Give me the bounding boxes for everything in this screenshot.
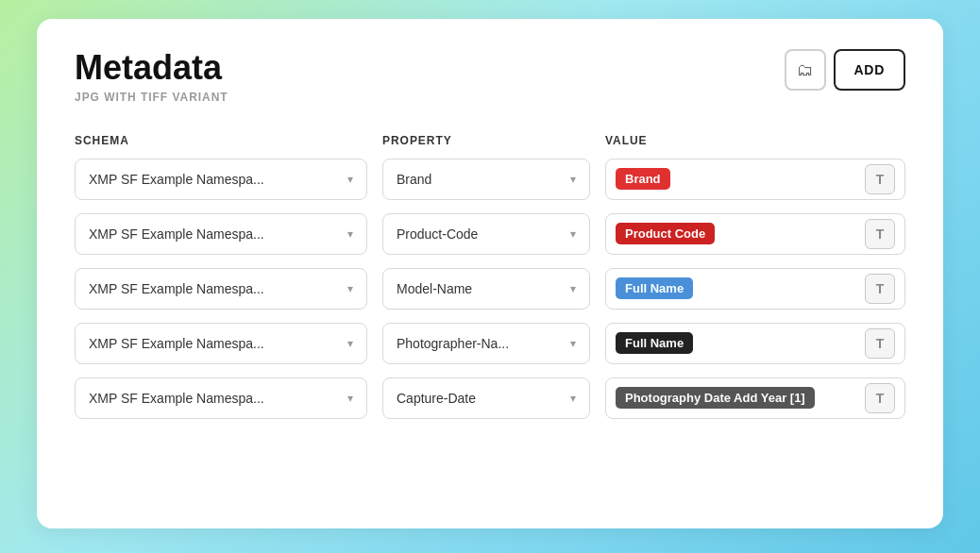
property-value-3: Photographer-Na...	[397, 336, 509, 351]
page-title: Metadata	[75, 49, 228, 87]
chevron-down-icon: ▾	[347, 392, 353, 405]
value-tag-3: Full Name	[616, 332, 693, 354]
page-subtitle: JPG WITH TIFF VARIANT	[75, 91, 228, 104]
property-value-2: Model-Name	[397, 281, 472, 296]
column-headers: SCHEMA PROPERTY VALUE	[75, 134, 905, 147]
value-column-header: VALUE	[605, 134, 905, 147]
property-select-3[interactable]: Photographer-Na... ▾	[382, 323, 590, 364]
property-value-0: Brand	[397, 172, 431, 187]
add-button[interactable]: ADD	[834, 49, 905, 91]
property-column-header: PROPERTY	[382, 134, 590, 147]
schema-value-3: XMP SF Example Namespa...	[89, 336, 264, 351]
card-header: Metadata JPG WITH TIFF VARIANT 🗂 ADD	[75, 49, 905, 104]
value-tag-1: Product Code	[616, 223, 715, 244]
schema-value-4: XMP SF Example Namespa...	[89, 391, 264, 406]
text-format-button-4[interactable]: T	[865, 383, 895, 413]
text-format-icon: T	[876, 226, 885, 242]
schema-select-2[interactable]: XMP SF Example Namespa... ▾	[75, 268, 367, 310]
chevron-down-icon: ▾	[570, 282, 576, 295]
property-value-4: Capture-Date	[397, 391, 476, 406]
schema-value-1: XMP SF Example Namespa...	[89, 226, 264, 242]
chevron-down-icon: ▾	[570, 173, 576, 186]
property-select-4[interactable]: Capture-Date ▾	[382, 377, 590, 419]
text-format-icon: T	[876, 281, 885, 296]
header-actions: 🗂 ADD	[785, 49, 905, 91]
schema-select-0[interactable]: XMP SF Example Namespa... ▾	[75, 159, 367, 200]
chevron-down-icon: ▾	[570, 392, 576, 405]
chevron-down-icon: ▾	[347, 173, 353, 186]
property-select-1[interactable]: Product-Code ▾	[382, 213, 590, 255]
value-cell-3: Full Name T	[605, 323, 905, 364]
property-select-0[interactable]: Brand ▾	[382, 159, 590, 200]
value-cell-4: Photography Date Add Year [1] T	[605, 377, 905, 419]
schema-value-0: XMP SF Example Namespa...	[89, 172, 264, 187]
property-value-1: Product-Code	[397, 226, 478, 242]
schema-icon-button[interactable]: 🗂	[785, 49, 826, 91]
chevron-down-icon: ▾	[347, 227, 353, 241]
table-row: XMP SF Example Namespa... ▾ Capture-Date…	[75, 377, 905, 419]
schema-column-header: SCHEMA	[75, 134, 367, 147]
chevron-down-icon: ▾	[347, 282, 353, 295]
value-cell-1: Product Code T	[605, 213, 905, 255]
property-select-2[interactable]: Model-Name ▾	[382, 268, 590, 310]
text-format-button-1[interactable]: T	[865, 219, 895, 249]
header-left: Metadata JPG WITH TIFF VARIANT	[75, 49, 228, 104]
text-format-button-0[interactable]: T	[865, 164, 895, 194]
text-format-icon: T	[876, 391, 885, 406]
table-row: XMP SF Example Namespa... ▾ Brand ▾ Bran…	[75, 159, 905, 200]
text-format-button-3[interactable]: T	[865, 328, 895, 359]
metadata-card: Metadata JPG WITH TIFF VARIANT 🗂 ADD SCH…	[37, 19, 943, 528]
schema-select-3[interactable]: XMP SF Example Namespa... ▾	[75, 323, 367, 364]
value-tag-4: Photography Date Add Year [1]	[616, 387, 815, 409]
text-format-icon: T	[876, 172, 885, 187]
briefcase-icon: 🗂	[797, 60, 814, 80]
text-format-button-2[interactable]: T	[865, 274, 895, 304]
metadata-rows: XMP SF Example Namespa... ▾ Brand ▾ Bran…	[75, 159, 905, 419]
table-row: XMP SF Example Namespa... ▾ Model-Name ▾…	[75, 268, 905, 310]
table-row: XMP SF Example Namespa... ▾ Photographer…	[75, 323, 905, 364]
value-tag-0: Brand	[616, 168, 670, 190]
value-tag-2: Full Name	[616, 277, 693, 299]
schema-select-1[interactable]: XMP SF Example Namespa... ▾	[75, 213, 367, 255]
chevron-down-icon: ▾	[347, 337, 353, 350]
chevron-down-icon: ▾	[570, 337, 576, 350]
text-format-icon: T	[876, 336, 885, 351]
schema-value-2: XMP SF Example Namespa...	[89, 281, 264, 296]
chevron-down-icon: ▾	[570, 227, 576, 241]
schema-select-4[interactable]: XMP SF Example Namespa... ▾	[75, 377, 367, 419]
value-cell-0: Brand T	[605, 159, 905, 200]
table-row: XMP SF Example Namespa... ▾ Product-Code…	[75, 213, 905, 255]
value-cell-2: Full Name T	[605, 268, 905, 310]
